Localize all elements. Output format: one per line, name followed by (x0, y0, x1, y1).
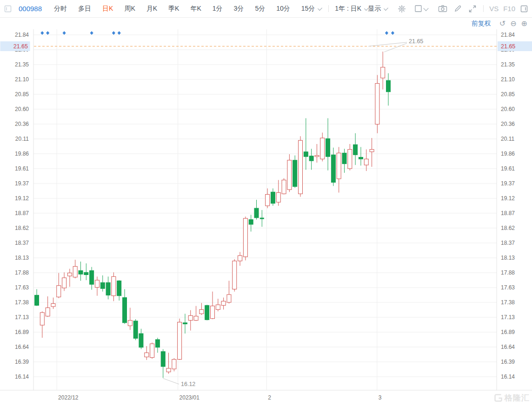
event-markers (40, 31, 394, 35)
svg-text:21.10: 21.10 (15, 76, 29, 83)
tab-monthly-k[interactable]: 月K (146, 5, 157, 13)
svg-text:19.61: 19.61 (501, 165, 515, 172)
svg-text:21.10: 21.10 (501, 76, 515, 83)
svg-text:20.60: 20.60 (15, 106, 29, 112)
toolbar-divider (328, 5, 329, 12)
svg-text:19.86: 19.86 (501, 151, 515, 157)
zoom-out-icon[interactable]: ⊖ (510, 20, 516, 27)
svg-text:19.37: 19.37 (15, 180, 29, 187)
tab-daily-k[interactable]: 日K (102, 5, 113, 13)
settings-gear-icon[interactable] (398, 5, 406, 13)
svg-text:16.64: 16.64 (501, 344, 515, 350)
svg-text:17.13: 17.13 (15, 314, 29, 321)
svg-text:17.13: 17.13 (501, 314, 515, 321)
chevron-down-icon[interactable] (424, 6, 429, 11)
grid-lines (0, 29, 532, 390)
top-toolbar: 000988 分时 多日 日K 周K 月K 季K 年K 1分 3分 5分 10分… (0, 0, 532, 18)
svg-text:18.13: 18.13 (501, 255, 515, 261)
undo-icon[interactable]: ↺ (499, 20, 505, 27)
svg-text:21.35: 21.35 (15, 61, 29, 68)
svg-text:20.60: 20.60 (501, 106, 515, 112)
svg-text:2022/12: 2022/12 (58, 394, 79, 401)
camera-icon[interactable] (438, 5, 447, 13)
svg-text:16.39: 16.39 (501, 359, 515, 365)
low-price-label: 16.12 (163, 379, 196, 387)
f10-button[interactable]: F10 (503, 5, 515, 13)
gelonghui-logo-icon (494, 393, 503, 402)
vs-compare-button[interactable]: VS (489, 5, 499, 13)
svg-text:20.85: 20.85 (501, 91, 515, 98)
display-menu[interactable]: 显示 (368, 5, 381, 13)
tab-5min[interactable]: 5分 (255, 5, 265, 13)
svg-text:18.37: 18.37 (15, 240, 29, 246)
svg-text:17.38: 17.38 (501, 299, 515, 306)
svg-text:20.85: 20.85 (15, 91, 29, 98)
svg-text:19.86: 19.86 (15, 151, 29, 157)
svg-text:20.36: 20.36 (15, 121, 29, 127)
svg-text:3: 3 (379, 394, 382, 401)
adjust-mode-button[interactable]: 前复权 (472, 20, 491, 28)
svg-text:18.37: 18.37 (501, 240, 515, 246)
tab-3min[interactable]: 3分 (234, 5, 244, 13)
svg-text:19.61: 19.61 (15, 165, 29, 172)
svg-text:17.38: 17.38 (15, 299, 29, 306)
tab-quarterly-k[interactable]: 季K (168, 5, 179, 13)
svg-text:18.87: 18.87 (15, 210, 29, 216)
svg-text:2023/01: 2023/01 (180, 394, 200, 401)
svg-text:16.12: 16.12 (181, 381, 195, 387)
svg-text:21.65: 21.65 (501, 43, 515, 50)
svg-text:17.63: 17.63 (501, 284, 515, 291)
tab-minute[interactable]: 分时 (54, 5, 67, 13)
fullscreen-icon[interactable] (468, 5, 477, 13)
svg-text:16.89: 16.89 (15, 329, 29, 335)
chevron-down-icon[interactable] (384, 6, 388, 10)
watermark-text: 格隆汇 (505, 393, 530, 403)
svg-text:18.87: 18.87 (501, 210, 515, 216)
svg-text:20.11: 20.11 (501, 136, 514, 142)
tab-10min[interactable]: 10分 (276, 5, 290, 13)
svg-text:21.35: 21.35 (501, 61, 515, 68)
toolbar-divider (483, 5, 484, 12)
svg-text:18.13: 18.13 (15, 255, 29, 261)
chart-style-icon[interactable] (414, 5, 428, 13)
svg-text:19.37: 19.37 (501, 180, 515, 187)
svg-text:16.64: 16.64 (15, 344, 29, 350)
gelonghui-watermark: 格隆汇 (494, 393, 530, 403)
candlestick-chart[interactable]: 21.8421.8421.6021.6021.3521.3521.1021.10… (0, 0, 532, 406)
svg-text:2: 2 (268, 394, 271, 401)
svg-text:19.12: 19.12 (501, 195, 515, 202)
tab-1min[interactable]: 1分 (213, 5, 223, 13)
svg-text:17.63: 17.63 (15, 284, 29, 291)
svg-text:17.88: 17.88 (501, 269, 515, 276)
tab-weekly-k[interactable]: 周K (124, 5, 135, 13)
pencil-draw-icon[interactable] (454, 5, 462, 13)
y-axis-labels: 21.8421.8421.6021.6021.3521.3521.1021.10… (15, 32, 515, 380)
svg-text:18.62: 18.62 (501, 225, 515, 231)
svg-text:21.65: 21.65 (13, 43, 28, 50)
panel-left-icon[interactable] (4, 5, 12, 13)
svg-text:21.84: 21.84 (15, 32, 29, 38)
x-axis: 2022/122023/0123 (57, 29, 382, 401)
svg-text:17.88: 17.88 (15, 269, 29, 276)
panel-right-icon[interactable] (520, 5, 528, 13)
svg-text:16.89: 16.89 (501, 329, 515, 335)
tab-yearly-k[interactable]: 年K (190, 5, 201, 13)
svg-text:21.65: 21.65 (409, 38, 423, 45)
chevron-down-icon[interactable] (318, 6, 322, 10)
candles (35, 52, 391, 378)
range-selector[interactable]: 1年 : 日K (335, 5, 361, 13)
stock-code[interactable]: 000988 (19, 5, 42, 13)
stock-chart-app: 000988 分时 多日 日K 周K 月K 季K 年K 1分 3分 5分 10分… (0, 0, 532, 406)
zoom-in-icon[interactable]: ⊕ (521, 20, 527, 27)
svg-text:16.14: 16.14 (501, 373, 515, 380)
svg-text:20.36: 20.36 (501, 121, 515, 127)
svg-text:21.84: 21.84 (501, 32, 515, 38)
tab-15min[interactable]: 15分 (301, 5, 315, 13)
tab-multiday[interactable]: 多日 (78, 5, 91, 13)
svg-text:16.39: 16.39 (15, 359, 29, 365)
svg-text:16.14: 16.14 (15, 373, 29, 380)
svg-text:19.12: 19.12 (15, 195, 29, 202)
svg-text:18.62: 18.62 (15, 225, 29, 231)
svg-text:20.11: 20.11 (15, 136, 29, 142)
sub-toolbar: 前复权 ↺ ⊖ ⊕ (0, 18, 532, 29)
